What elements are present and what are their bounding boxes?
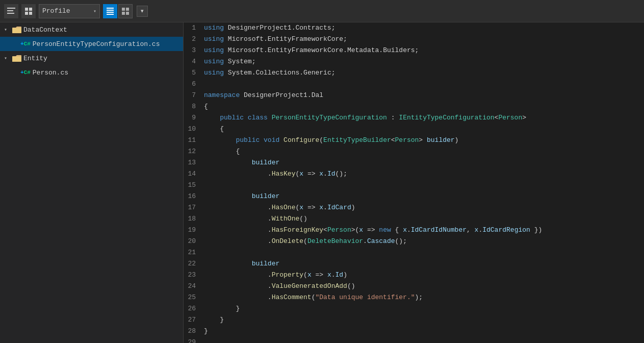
svg-rect-10 bbox=[107, 14, 114, 15]
sidebar-item-entity-folder[interactable]: ▾ Entity bbox=[0, 51, 183, 65]
line-content: using DesignerProject1.Contracts; bbox=[204, 22, 335, 34]
view-btn-list[interactable] bbox=[103, 4, 117, 18]
code-line-8: 8{ bbox=[184, 101, 644, 112]
line-content: builder bbox=[204, 258, 279, 270]
svg-rect-6 bbox=[29, 12, 32, 15]
line-number: 5 bbox=[184, 67, 204, 79]
code-line-10: 10 { bbox=[184, 124, 644, 135]
svg-rect-13 bbox=[122, 12, 125, 15]
line-number: 15 bbox=[184, 180, 204, 191]
line-number: 8 bbox=[184, 101, 204, 112]
code-line-7: 7namespace DesignerProject1.Dal bbox=[184, 90, 644, 101]
code-line-22: 22 builder bbox=[184, 258, 644, 270]
line-content bbox=[204, 337, 208, 343]
expand-btn[interactable]: ▾ bbox=[137, 6, 148, 17]
line-number: 17 bbox=[184, 202, 204, 213]
line-number: 24 bbox=[184, 281, 204, 292]
code-line-6: 6 bbox=[184, 79, 644, 90]
view-buttons bbox=[103, 4, 133, 18]
line-content: .OnDelete(DeleteBehavior.Cascade(); bbox=[204, 236, 407, 247]
icon-btn-2[interactable] bbox=[21, 4, 36, 18]
sidebar: ▾ DataContext ▾ +C# PersonEntityTypeConf… bbox=[0, 22, 184, 343]
line-content bbox=[204, 247, 208, 258]
chevron-icon: ▾ bbox=[4, 55, 12, 61]
line-number: 11 bbox=[184, 135, 204, 146]
line-number: 21 bbox=[184, 247, 204, 258]
code-editor[interactable]: 1using DesignerProject1.Contracts;2using… bbox=[184, 22, 644, 343]
line-content: using Microsoft.EntityFrameworkCore.Meta… bbox=[204, 45, 419, 56]
sidebar-item-datacontext-folder[interactable]: ▾ DataContext bbox=[0, 22, 183, 37]
code-line-18: 18 .WithOne() bbox=[184, 213, 644, 225]
line-content: .Property(x => x.Id) bbox=[204, 270, 347, 281]
folder-icon bbox=[12, 26, 21, 33]
line-content bbox=[204, 180, 208, 191]
profile-dropdown[interactable]: Profile ▾ bbox=[39, 4, 100, 18]
line-content: } bbox=[204, 314, 224, 326]
code-line-17: 17 .HasOne(x => x.IdCard) bbox=[184, 202, 644, 213]
person-cs-label: Person.cs bbox=[33, 69, 68, 77]
code-line-15: 15 bbox=[184, 180, 644, 191]
dropdown-arrow: ▾ bbox=[93, 8, 96, 14]
code-line-26: 26 } bbox=[184, 303, 644, 314]
line-number: 14 bbox=[184, 168, 204, 180]
code-line-13: 13 builder bbox=[184, 157, 644, 168]
line-content: using Microsoft.EntityFrameworkCore; bbox=[204, 34, 347, 45]
line-content: .HasOne(x => x.IdCard) bbox=[204, 202, 355, 213]
line-content: using System; bbox=[204, 56, 255, 67]
main-area: ▾ DataContext ▾ +C# PersonEntityTypeConf… bbox=[0, 22, 644, 343]
line-content bbox=[204, 79, 208, 90]
folder-icon bbox=[12, 55, 21, 62]
line-number: 27 bbox=[184, 314, 204, 326]
line-content: builder bbox=[204, 191, 279, 202]
line-number: 28 bbox=[184, 326, 204, 337]
line-number: 13 bbox=[184, 157, 204, 168]
line-number: 3 bbox=[184, 45, 204, 56]
line-content: .WithOne() bbox=[204, 213, 307, 225]
line-number: 19 bbox=[184, 225, 204, 236]
line-content: } bbox=[204, 303, 240, 314]
line-number: 9 bbox=[184, 112, 204, 124]
svg-rect-2 bbox=[7, 13, 14, 14]
view-btn-grid[interactable] bbox=[118, 4, 133, 18]
code-line-27: 27 } bbox=[184, 314, 644, 326]
line-number: 1 bbox=[184, 22, 204, 34]
entity-label: Entity bbox=[23, 55, 47, 62]
datacontext-label: DataContext bbox=[23, 26, 67, 34]
svg-rect-12 bbox=[126, 8, 129, 11]
line-number: 10 bbox=[184, 124, 204, 135]
svg-rect-1 bbox=[7, 10, 13, 11]
line-content: .HasKey(x => x.Id(); bbox=[204, 168, 347, 180]
toolbar: Profile ▾ ▾ bbox=[0, 0, 644, 22]
code-line-3: 3using Microsoft.EntityFrameworkCore.Met… bbox=[184, 45, 644, 56]
svg-rect-9 bbox=[107, 12, 114, 13]
line-number: 29 bbox=[184, 337, 204, 343]
code-line-14: 14 .HasKey(x => x.Id(); bbox=[184, 168, 644, 180]
svg-rect-5 bbox=[25, 12, 28, 15]
code-line-28: 28} bbox=[184, 326, 644, 337]
svg-rect-0 bbox=[7, 8, 15, 9]
icon-btn-1[interactable] bbox=[4, 4, 18, 18]
code-line-11: 11 public void Configure(EntityTypeBuild… bbox=[184, 135, 644, 146]
line-number: 26 bbox=[184, 303, 204, 314]
line-content: { bbox=[204, 101, 208, 112]
spacer: ▾ bbox=[12, 69, 20, 76]
code-line-21: 21 bbox=[184, 247, 644, 258]
line-content: { bbox=[204, 146, 240, 157]
line-number: 25 bbox=[184, 292, 204, 303]
line-content: using System.Collections.Generic; bbox=[204, 67, 336, 79]
line-content: { bbox=[204, 124, 224, 135]
line-content: public void Configure(EntityTypeBuilder<… bbox=[204, 135, 458, 146]
code-line-24: 24 .ValueGeneratedOnAdd() bbox=[184, 281, 644, 292]
code-line-1: 1using DesignerProject1.Contracts; bbox=[184, 22, 644, 34]
code-line-12: 12 { bbox=[184, 146, 644, 157]
code-line-2: 2using Microsoft.EntityFrameworkCore; bbox=[184, 34, 644, 45]
sidebar-item-person-entity-config[interactable]: ▾ +C# PersonEntityTypeConfiguration.cs bbox=[0, 37, 183, 51]
cs-file-icon: +C# bbox=[20, 41, 31, 47]
code-line-29: 29 bbox=[184, 337, 644, 343]
line-number: 4 bbox=[184, 56, 204, 67]
line-content: .ValueGeneratedOnAdd() bbox=[204, 281, 355, 292]
chevron-icon: ▾ bbox=[4, 27, 12, 33]
code-line-9: 9 public class PersonEntityTypeConfigura… bbox=[184, 112, 644, 124]
code-line-4: 4using System; bbox=[184, 56, 644, 67]
sidebar-item-person-cs[interactable]: ▾ +C# Person.cs bbox=[0, 65, 183, 80]
